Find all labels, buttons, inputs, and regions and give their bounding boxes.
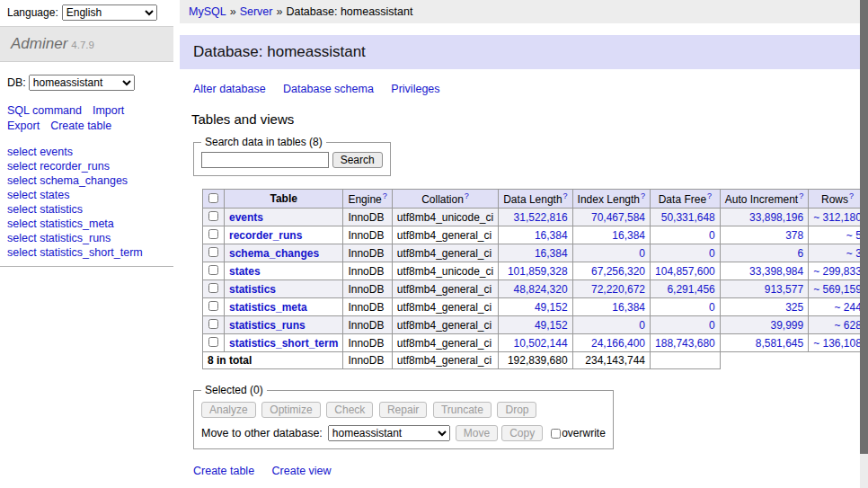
data-length-link[interactable]: 16,384: [535, 229, 568, 242]
table-link[interactable]: schema_changes: [229, 247, 319, 260]
auto-increment-link[interactable]: 33,398,984: [749, 265, 803, 278]
sidebar-item-events[interactable]: select events: [7, 146, 166, 158]
data-free-link[interactable]: 104,857,600: [655, 265, 715, 278]
create-view-link[interactable]: Create view: [272, 465, 332, 477]
table-link[interactable]: events: [229, 211, 263, 224]
row-checkbox[interactable]: [208, 283, 218, 293]
data-length-link[interactable]: 101,859,328: [508, 265, 568, 278]
data-length-link[interactable]: 10,502,144: [514, 337, 568, 350]
breadcrumb-server-link[interactable]: Server: [240, 5, 273, 18]
data-free-link[interactable]: 0: [709, 229, 715, 242]
index-length-link[interactable]: 16,384: [612, 229, 645, 242]
help-link[interactable]: ?: [799, 191, 803, 200]
row-checkbox[interactable]: [208, 319, 218, 329]
move-row: Move to other database: homeassistant Mo…: [201, 425, 606, 441]
auto-increment-link[interactable]: 378: [785, 229, 803, 242]
db-select[interactable]: homeassistant: [29, 75, 135, 91]
search-input[interactable]: [201, 152, 329, 168]
data-free-link[interactable]: 0: [709, 301, 715, 314]
help-link[interactable]: ?: [465, 191, 469, 200]
index-length-link[interactable]: 24,166,400: [591, 337, 645, 350]
move-database-select[interactable]: homeassistant: [328, 425, 450, 441]
table-link[interactable]: states: [229, 265, 261, 278]
import-link[interactable]: Import: [93, 104, 124, 117]
rows-link[interactable]: ~ 312,180: [813, 211, 862, 224]
sidebar-item-statistics[interactable]: select statistics: [7, 204, 166, 216]
rows-link[interactable]: ~ 299,833: [813, 265, 862, 278]
data-free-link[interactable]: 6,291,456: [667, 283, 714, 296]
privileges-link[interactable]: Privileges: [391, 83, 439, 95]
scrollbar-thumb[interactable]: [860, 0, 868, 454]
auto-increment-link[interactable]: 39,999: [770, 319, 803, 332]
truncate-button[interactable]: Truncate: [433, 402, 492, 418]
collation-cell: utf8mb4_unicode_ci: [392, 209, 498, 226]
sidebar-item-recorder-runs[interactable]: select recorder_runs: [7, 161, 166, 173]
sidebar-item-statistics-runs[interactable]: select statistics_runs: [7, 233, 166, 244]
selected-buttons-row: Analyze Optimize Check Repair Truncate D…: [201, 402, 606, 418]
help-link[interactable]: ?: [563, 191, 568, 200]
help-link[interactable]: ?: [707, 191, 712, 200]
index-length-link[interactable]: 0: [639, 247, 645, 260]
breadcrumb-mysql-link[interactable]: MySQL: [189, 5, 226, 18]
data-free-link[interactable]: 50,331,648: [661, 211, 715, 224]
alter-database-link[interactable]: Alter database: [193, 83, 266, 95]
row-checkbox[interactable]: [208, 247, 218, 257]
table-link[interactable]: statistics_runs: [229, 319, 306, 332]
rows-link[interactable]: ~ 136,108: [813, 337, 862, 350]
auto-increment-link[interactable]: 33,898,196: [749, 211, 803, 224]
auto-increment-link[interactable]: 8,581,645: [756, 337, 803, 350]
data-length-link[interactable]: 16,384: [535, 247, 568, 260]
row-checkbox[interactable]: [208, 229, 218, 239]
move-button[interactable]: Move: [456, 425, 498, 441]
index-length-link[interactable]: 67,256,320: [591, 265, 645, 278]
table-link[interactable]: statistics_meta: [229, 301, 307, 314]
row-checkbox[interactable]: [208, 265, 218, 275]
drop-button[interactable]: Drop: [497, 402, 536, 418]
create-table-link[interactable]: Create table: [193, 465, 254, 477]
data-length-link[interactable]: 49,152: [535, 301, 568, 314]
create-table-link-sidebar[interactable]: Create table: [50, 120, 111, 132]
table-link[interactable]: statistics_short_term: [229, 337, 338, 350]
data-length-link[interactable]: 48,824,320: [514, 283, 568, 296]
data-free-link[interactable]: 0: [709, 247, 715, 260]
language-select[interactable]: English: [62, 4, 157, 21]
rows-link[interactable]: ~ 569,159: [813, 283, 862, 296]
sql-command-link[interactable]: SQL command: [7, 104, 82, 117]
data-free-link[interactable]: 0: [709, 319, 715, 332]
index-length-link[interactable]: 72,220,672: [591, 283, 645, 296]
help-link[interactable]: ?: [849, 191, 854, 200]
table-link[interactable]: recorder_runs: [229, 229, 302, 242]
select-all-checkbox[interactable]: [208, 193, 218, 203]
optimize-button[interactable]: Optimize: [261, 402, 320, 418]
row-checkbox[interactable]: [208, 301, 218, 311]
data-length-link[interactable]: 49,152: [535, 319, 568, 332]
rows-link[interactable]: ~ 244: [835, 301, 862, 314]
help-link[interactable]: ?: [383, 191, 387, 200]
row-checkbox[interactable]: [208, 337, 218, 347]
row-checkbox[interactable]: [208, 211, 218, 221]
check-button[interactable]: Check: [326, 402, 373, 418]
data-length-link[interactable]: 31,522,816: [514, 211, 568, 224]
export-link[interactable]: Export: [7, 120, 40, 132]
sidebar-item-states[interactable]: select states: [7, 190, 166, 201]
overwrite-checkbox[interactable]: [551, 429, 561, 439]
auto-increment-link[interactable]: 325: [785, 301, 803, 314]
sidebar-item-schema-changes[interactable]: select schema_changes: [7, 175, 166, 187]
copy-button[interactable]: Copy: [501, 425, 543, 441]
rows-link[interactable]: ~ 628: [835, 319, 862, 332]
index-length-link[interactable]: 0: [639, 319, 645, 332]
database-schema-link[interactable]: Database schema: [283, 83, 374, 95]
index-length-link[interactable]: 70,467,584: [591, 211, 645, 224]
sidebar-item-statistics-short-term[interactable]: select statistics_short_term: [7, 247, 166, 259]
data-free-link[interactable]: 188,743,680: [655, 337, 715, 350]
help-link[interactable]: ?: [641, 191, 645, 200]
page-scrollbar[interactable]: [860, 0, 868, 488]
auto-increment-link[interactable]: 6: [797, 247, 803, 260]
auto-increment-link[interactable]: 913,577: [765, 283, 803, 296]
repair-button[interactable]: Repair: [379, 402, 427, 418]
index-length-link[interactable]: 16,384: [612, 301, 645, 314]
analyze-button[interactable]: Analyze: [201, 402, 256, 418]
sidebar-item-statistics-meta[interactable]: select statistics_meta: [7, 218, 166, 230]
search-button[interactable]: Search: [332, 152, 383, 168]
table-link[interactable]: statistics: [229, 283, 276, 296]
